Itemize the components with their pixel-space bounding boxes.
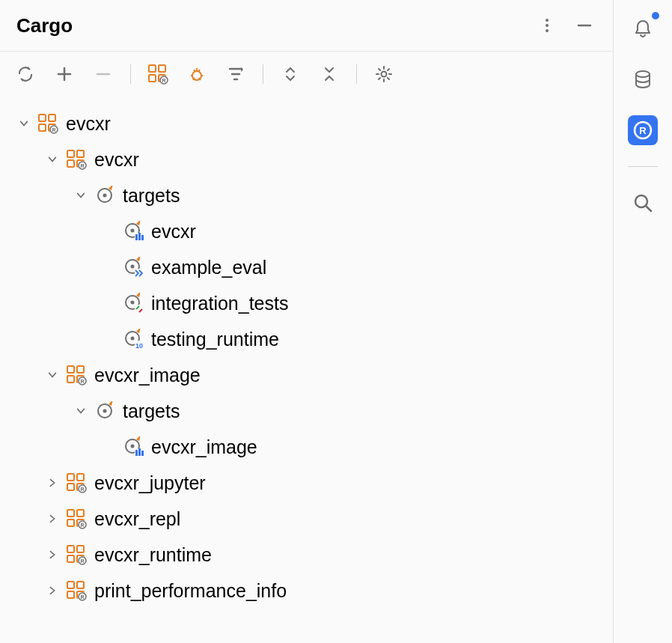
tree-label: evcxr_repl (94, 508, 180, 530)
target-test-icon (123, 293, 144, 314)
chevron-down-icon[interactable] (73, 188, 88, 203)
options-icon[interactable] (535, 13, 559, 37)
target-icon (94, 400, 115, 421)
rust-icon[interactable]: R (628, 115, 658, 145)
tree-label: evcxr_runtime (94, 544, 212, 566)
tree-package-evcxr-repl[interactable]: evcxr_repl (0, 501, 613, 537)
chevron-down-icon[interactable] (16, 116, 31, 131)
tree-label: evcxr (151, 221, 196, 243)
database-icon[interactable] (628, 64, 658, 94)
tree-label: evcxr_image (94, 365, 201, 386)
tree-label: evcxr (66, 113, 111, 135)
tree-label: evcxr (94, 149, 139, 171)
tree-label: targets (123, 400, 180, 422)
target-lib-icon (123, 221, 144, 242)
tree-target-lib[interactable]: evcxr_image (0, 429, 613, 465)
tree-label: testing_runtime (151, 329, 279, 350)
svg-point-30 (636, 71, 650, 77)
expand-all-icon[interactable] (278, 62, 302, 86)
toolbar-separator (130, 64, 131, 84)
crate-icon (37, 113, 58, 134)
chevron-right-icon[interactable] (45, 475, 60, 490)
refresh-icon[interactable] (13, 62, 37, 86)
tree-label: evcxr_jupyter (94, 472, 206, 494)
group-modules-icon[interactable] (146, 62, 170, 86)
toolbar (0, 52, 613, 97)
crate-icon (66, 365, 87, 386)
tree-label: evcxr_image (151, 436, 257, 458)
crate-icon (66, 508, 87, 529)
tree-targets-folder[interactable]: targets (0, 393, 613, 429)
hide-icon[interactable] (572, 13, 596, 37)
tree-label: targets (123, 185, 180, 207)
settings-icon[interactable] (372, 62, 396, 86)
panel-title: Cargo (16, 14, 73, 37)
crate-icon (66, 544, 87, 565)
svg-point-27 (546, 29, 549, 32)
tree-root-evcxr[interactable]: evcxr (0, 106, 613, 141)
target-example-icon (123, 257, 144, 278)
tree-package-evcxr[interactable]: evcxr (0, 141, 613, 177)
bug-icon[interactable] (185, 62, 209, 86)
chevron-down-icon[interactable] (45, 368, 60, 383)
sidebar-separator (628, 166, 658, 167)
svg-point-26 (546, 24, 549, 27)
right-sidebar: R (614, 0, 672, 643)
target-icon (94, 185, 115, 206)
chevron-right-icon[interactable] (45, 511, 60, 526)
tree-package-evcxr-runtime[interactable]: evcxr_runtime (0, 537, 613, 573)
chevron-down-icon[interactable] (45, 152, 60, 167)
crate-icon (66, 580, 87, 601)
remove-icon[interactable] (91, 62, 115, 86)
tree-target-example[interactable]: example_eval (0, 249, 613, 285)
svg-text:R: R (639, 125, 647, 136)
cargo-tree: evcxr evcxr targets evcxr example_eval (0, 97, 613, 609)
collapse-all-icon[interactable] (317, 62, 341, 86)
tree-package-evcxr-image[interactable]: evcxr_image (0, 357, 613, 393)
toolbar-separator (356, 64, 357, 84)
tree-target-test[interactable]: integration_tests (0, 285, 613, 321)
crate-icon (66, 149, 87, 170)
svg-point-29 (382, 72, 387, 77)
target-bench-icon (123, 329, 144, 350)
tree-targets-folder[interactable]: targets (0, 177, 613, 213)
chevron-right-icon[interactable] (45, 547, 60, 562)
svg-point-25 (546, 19, 549, 22)
tree-target-lib[interactable]: evcxr (0, 213, 613, 249)
chevron-down-icon[interactable] (73, 403, 88, 418)
notifications-icon[interactable] (628, 13, 658, 43)
chevron-right-icon[interactable] (45, 583, 60, 598)
tree-package-print-performance-info[interactable]: print_performance_info (0, 573, 613, 609)
toolbar-separator (263, 64, 263, 84)
tree-label: print_performance_info (94, 580, 287, 602)
target-lib-icon (123, 436, 144, 457)
tree-target-bench[interactable]: testing_runtime (0, 321, 613, 357)
panel-header: Cargo (0, 0, 613, 52)
cargo-tool-window: Cargo (0, 0, 614, 643)
add-icon[interactable] (52, 62, 76, 86)
search-icon[interactable] (628, 188, 658, 218)
filter-icon[interactable] (224, 62, 248, 86)
tree-label: example_eval (151, 257, 266, 278)
tree-label: integration_tests (151, 293, 288, 314)
crate-icon (66, 472, 87, 493)
header-actions (535, 13, 596, 37)
tree-package-evcxr-jupyter[interactable]: evcxr_jupyter (0, 465, 613, 501)
